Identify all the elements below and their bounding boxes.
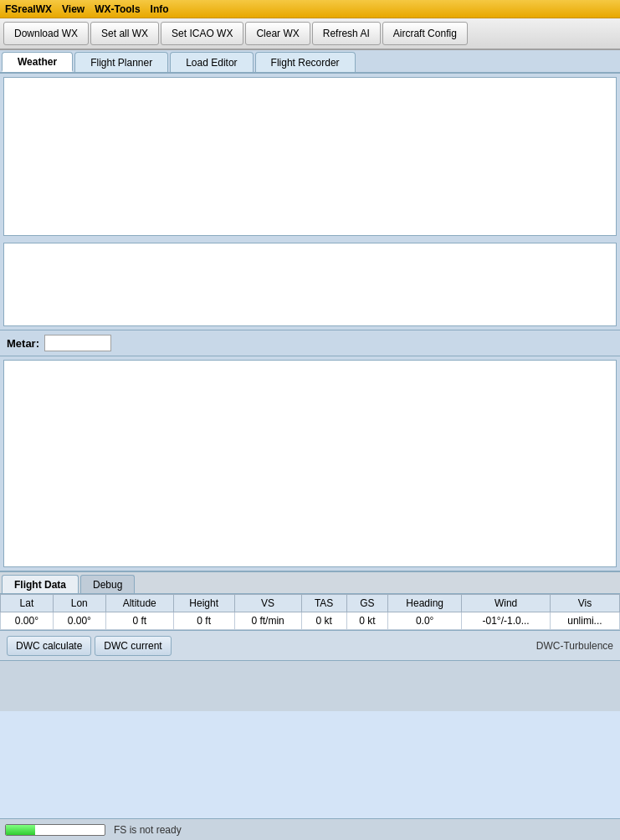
menu-info[interactable]: Info [151, 3, 169, 15]
tab-flight-planner[interactable]: Flight Planner [74, 52, 168, 72]
cell-lon: 0.00° [53, 612, 105, 630]
download-wx-button[interactable]: Download WX [3, 22, 89, 45]
col-tas: TAS [301, 595, 346, 612]
col-lon: Lon [53, 595, 105, 612]
col-heading: Heading [388, 595, 462, 612]
cell-tas: 0 kt [301, 612, 346, 630]
col-wind: Wind [462, 595, 551, 612]
tab-flight-data[interactable]: Flight Data [2, 575, 79, 593]
toolbar: Download WX Set all WX Set ICAO WX Clear… [0, 18, 620, 50]
cell-gs: 0 kt [346, 612, 387, 630]
cell-height: 0 ft [173, 612, 234, 630]
tab-load-editor[interactable]: Load Editor [170, 52, 253, 72]
cell-heading: 0.0° [388, 612, 462, 630]
status-text: FS is not ready [114, 824, 182, 836]
aircraft-config-button[interactable]: Aircraft Config [382, 22, 468, 45]
col-gs: GS [346, 595, 387, 612]
table-row: 0.00° 0.00° 0 ft 0 ft 0 ft/min 0 kt 0 kt… [1, 612, 620, 630]
empty-area [0, 661, 620, 711]
set-icao-wx-button[interactable]: Set ICAO WX [161, 22, 243, 45]
metar-input[interactable] [44, 335, 111, 351]
dwc-current-button[interactable]: DWC current [95, 636, 171, 656]
col-vs: VS [234, 595, 301, 612]
data-table-container: Lat Lon Altitude Height VS TAS GS Headin… [0, 594, 620, 631]
cell-altitude: 0 ft [105, 612, 173, 630]
set-all-wx-button[interactable]: Set all WX [90, 22, 159, 45]
bottom-section: Flight Data Debug Lat Lon Altitude Heigh… [0, 571, 620, 711]
progress-bar-container [5, 824, 105, 836]
cell-vs: 0 ft/min [234, 612, 301, 630]
main-tab-bar: Weather Flight Planner Load Editor Fligh… [0, 50, 620, 74]
data-tab-bar: Flight Data Debug [0, 572, 620, 594]
tab-debug[interactable]: Debug [80, 575, 135, 593]
dwc-row: DWC calculate DWC current DWC-Turbulence [0, 631, 620, 661]
cell-wind: -01°/-1.0... [462, 612, 551, 630]
cell-lat: 0.00° [1, 612, 54, 630]
tab-weather[interactable]: Weather [2, 52, 73, 72]
col-height: Height [173, 595, 234, 612]
refresh-ai-button[interactable]: Refresh AI [312, 22, 381, 45]
cell-vis: unlimi... [550, 612, 619, 630]
status-bar: FS is not ready [0, 818, 620, 840]
col-altitude: Altitude [105, 595, 173, 612]
progress-bar-fill [6, 825, 35, 835]
menu-wx-tools[interactable]: WX-Tools [95, 3, 140, 15]
col-lat: Lat [1, 595, 54, 612]
metar-label: Metar: [7, 337, 39, 350]
clear-wx-button[interactable]: Clear WX [245, 22, 310, 45]
metar-row: Metar: [0, 330, 620, 356]
title-bar: FSrealWX View WX-Tools Info [0, 0, 620, 18]
flight-data-table: Lat Lon Altitude Height VS TAS GS Headin… [0, 594, 620, 630]
app-name: FSrealWX [5, 3, 52, 15]
weather-panel-1 [3, 77, 617, 236]
col-vis: Vis [550, 595, 619, 612]
menu-view[interactable]: View [62, 3, 85, 15]
weather-panel-2 [3, 243, 617, 326]
main-content: Metar: [0, 74, 620, 571]
weather-panel-3 [3, 360, 617, 567]
dwc-calculate-button[interactable]: DWC calculate [7, 636, 91, 656]
dwc-turbulence-label: DWC-Turbulence [536, 640, 613, 652]
tab-flight-recorder[interactable]: Flight Recorder [255, 52, 356, 72]
